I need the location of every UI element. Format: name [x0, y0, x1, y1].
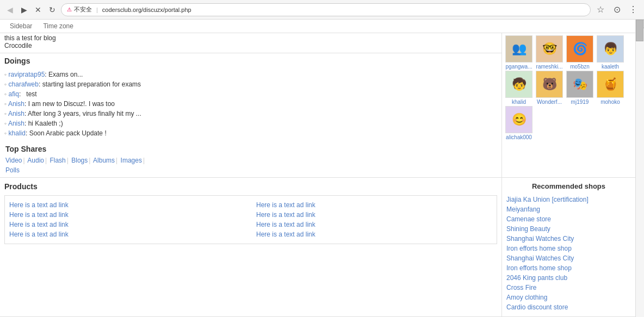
doing-text-4: After long 3 years, virus finally hit my…	[28, 110, 141, 117]
menu-button[interactable]: ⋮	[627, 3, 640, 16]
avatar-grid: 👥 pgangwa... 🤓 rameshki... 🌀 mo5bzn 👦 ka…	[504, 35, 633, 140]
products-title: Products	[4, 182, 497, 191]
product-link-2-3[interactable]: Here is a text ad link	[256, 220, 492, 229]
avatar-name-mohoko[interactable]: mohoko	[600, 99, 620, 105]
avatar-mohoko: 🍯 mohoko	[596, 71, 625, 105]
avatar-img-alichak000: 😊	[505, 106, 532, 133]
doing-user-2[interactable]: afiq	[9, 90, 19, 98]
shop-link-4[interactable]: Shanghai Watches City	[506, 235, 574, 243]
avatar-name-rameshki[interactable]: rameshki...	[536, 64, 563, 70]
blog-notice-item-1: this a test for blog	[4, 34, 497, 42]
share-link-flash[interactable]: Flash	[49, 157, 65, 164]
share-link-audio[interactable]: Audio	[27, 157, 44, 164]
shop-link-7[interactable]: Iron efforts home shop	[506, 264, 572, 272]
shop-link-10[interactable]: Amoy clothing	[506, 294, 547, 301]
shop-item-5: Iron efforts home shop	[506, 244, 631, 253]
browser-chrome: ◀ ▶ ✕ ↻ ⚠ 不安全 | codersclub.org/discuzx/p…	[0, 0, 644, 20]
doing-text-3: I am new to Discuz!. I was too	[28, 100, 115, 108]
shop-item-8: 2046 King pants club	[506, 273, 631, 283]
recommended-section: Recommended shops Jiajia Ka Union [certi…	[502, 178, 635, 316]
doings-title: Doings	[4, 57, 497, 65]
timezone-nav-link[interactable]: Time zone	[38, 20, 79, 33]
doing-item-5: Anish: hi Kaaleth ;)	[4, 119, 497, 128]
sidebar-nav-link[interactable]: Sidebar	[4, 20, 38, 33]
doing-user-4[interactable]: Anish	[8, 110, 24, 117]
product-link-1-2[interactable]: Here is a text ad link	[9, 210, 245, 220]
product-link-1-4[interactable]: Here is a text ad link	[9, 229, 245, 239]
shop-item-7: Iron efforts home shop	[506, 263, 631, 273]
avatar-name-mo5bzn[interactable]: mo5bzn	[570, 64, 590, 70]
doing-user-1[interactable]: charafweb	[9, 80, 39, 88]
blog-notice-list: this a test for blog Crocodile	[4, 34, 497, 49]
doing-user-0[interactable]: ravipratap95	[9, 71, 45, 78]
back-button[interactable]: ◀	[4, 4, 15, 15]
avatar-img-mj1919: 🎭	[566, 71, 593, 98]
shop-link-5[interactable]: Iron efforts home shop	[506, 245, 572, 252]
avatar-mj1919: 🎭 mj1919	[565, 71, 595, 105]
share-link-albums[interactable]: Albums	[93, 157, 115, 164]
product-link-2-2[interactable]: Here is a text ad link	[256, 210, 492, 220]
doing-user-6[interactable]: khalid	[9, 129, 26, 137]
shop-link-3[interactable]: Shining Beauty	[506, 225, 550, 233]
share-link-polls[interactable]: Polls	[5, 166, 20, 174]
shares-links: Video| Audio| Flash| Blogs| Albums| Imag…	[5, 157, 496, 164]
shop-link-9[interactable]: Cross Fire	[506, 284, 536, 291]
avatar-name-mj1919[interactable]: mj1919	[571, 99, 589, 105]
share-link-video[interactable]: Video	[5, 157, 22, 164]
shop-link-11[interactable]: Cardio discount store	[506, 303, 568, 311]
doing-user-3[interactable]: Anish	[8, 100, 24, 108]
shop-link-1[interactable]: Meiyanfang	[506, 206, 540, 213]
avatar-name-wonderf[interactable]: Wonderf...	[537, 99, 562, 105]
blog-notice-item-2: Crocodile	[4, 42, 497, 49]
doing-text-6: Soon Arabic pack Update !	[29, 129, 107, 137]
avatar-img-kaaleth: 👦	[597, 35, 624, 63]
shop-item-10: Amoy clothing	[506, 293, 631, 302]
top-shares-title: Top Shares	[5, 145, 496, 153]
avatar-img-wonderf: 🐻	[536, 71, 563, 98]
recommended-list: Jiajia Ka Union [certification] Meiyanfa…	[506, 195, 631, 312]
avatars-section: 👥 pgangwa... 🤓 rameshki... 🌀 mo5bzn 👦 ka…	[502, 33, 635, 177]
scrollbar[interactable]: ▲ ▼	[635, 20, 644, 317]
shop-item-11: Cardio discount store	[506, 302, 631, 312]
products-col-1: Here is a text ad link Here is a text ad…	[9, 200, 245, 239]
scrollbar-thumb[interactable]	[636, 20, 643, 41]
product-link-2-4[interactable]: Here is a text ad link	[256, 229, 492, 239]
shop-item-9: Cross Fire	[506, 283, 631, 293]
shop-link-8[interactable]: 2046 King pants club	[506, 274, 567, 282]
doing-text-1: starting last preparation for exams	[42, 80, 141, 88]
avatar-name-alichak000[interactable]: alichak000	[506, 134, 532, 140]
account-button[interactable]: ⊙	[610, 3, 623, 16]
avatar-name-kaaleth[interactable]: kaaleth	[602, 64, 619, 70]
products-inner: Here is a text ad link Here is a text ad…	[4, 195, 497, 244]
doing-text-2: test	[23, 90, 37, 98]
doing-item-3: Anish: I am new to Discuz!. I was too	[4, 99, 497, 109]
shop-item-6: Shanghai Watches City	[506, 253, 631, 263]
shop-item-1: Meiyanfang	[506, 204, 631, 214]
bookmark-button[interactable]: ☆	[594, 3, 607, 16]
products-col-2: Here is a text ad link Here is a text ad…	[256, 200, 492, 239]
security-icon: ⚠	[67, 7, 72, 13]
recommended-title: Recommended shops	[506, 182, 631, 190]
doing-text-0: Exams on...	[48, 71, 83, 78]
shop-link-2[interactable]: Camenae store	[506, 215, 551, 223]
product-link-1-1[interactable]: Here is a text ad link	[9, 200, 245, 210]
shop-link-6[interactable]: Shanghai Watches City	[506, 254, 574, 262]
product-link-2-1[interactable]: Here is a text ad link	[256, 200, 492, 210]
avatar-name-khalid[interactable]: khalid	[512, 99, 526, 105]
share-link-blogs[interactable]: Blogs	[71, 157, 88, 164]
share-link-images[interactable]: Images	[121, 157, 142, 164]
avatar-name-pgangwa[interactable]: pgangwa...	[506, 64, 532, 70]
doing-user-5[interactable]: Anish	[8, 120, 24, 127]
blog-notice-link-1[interactable]: this a test for blog	[4, 34, 56, 42]
product-link-1-3[interactable]: Here is a text ad link	[9, 220, 245, 229]
avatar-alichak000: 😊 alichak000	[504, 106, 534, 140]
address-bar[interactable]: ⚠ 不安全 | codersclub.org/discuzx/portal.ph…	[61, 3, 591, 16]
main-content: Sidebar Time zone this a test for blog C…	[0, 20, 635, 317]
forward-button[interactable]: ▶	[18, 4, 29, 15]
reload-button[interactable]: ↻	[47, 4, 58, 15]
close-button[interactable]: ✕	[33, 4, 44, 15]
avatar-img-khalid: 🧒	[505, 71, 532, 98]
doing-item-4: Anish: After long 3 years, virus finally…	[4, 109, 497, 119]
shop-link-0[interactable]: Jiajia Ka Union [certification]	[506, 196, 589, 203]
blog-notice-link-2[interactable]: Crocodile	[4, 42, 32, 49]
